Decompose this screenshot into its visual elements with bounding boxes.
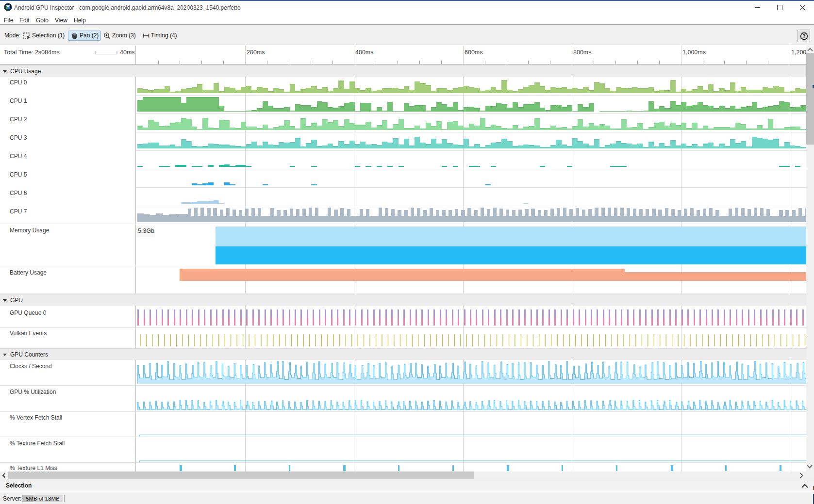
svg-text:?: ? — [802, 33, 805, 39]
